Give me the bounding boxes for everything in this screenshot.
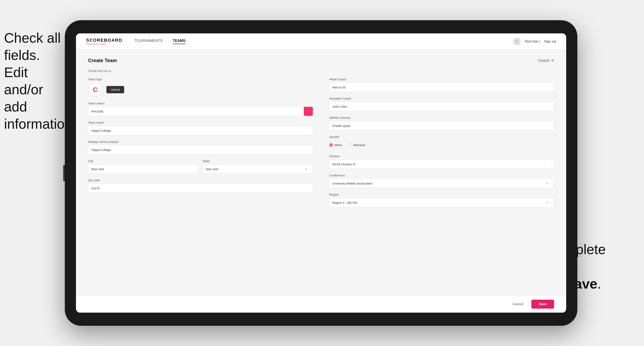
gender-mens-label: Mens <box>334 143 342 147</box>
display-name-group: Display name (unique) <box>88 140 313 154</box>
team-name-label: Team name <box>88 121 313 124</box>
city-state-row: City State ✕ ⌄ <box>88 159 313 173</box>
display-name-input[interactable] <box>88 145 313 154</box>
team-logo-label: Team logo <box>88 77 313 81</box>
team-name-group: Team name <box>88 121 313 135</box>
colour-input-wrapper <box>88 107 313 116</box>
nav-tournaments[interactable]: TOURNAMENTS <box>134 39 163 44</box>
logo-area: SCOREBOARD Powered by clippd <box>86 38 122 45</box>
page-title: Create Team <box>88 58 117 63</box>
state-input[interactable] <box>202 164 313 173</box>
team-colour-group: Team colour <box>88 102 313 116</box>
region-input[interactable] <box>329 198 554 207</box>
region-group: Region ✕ ⌄ <box>329 193 554 207</box>
city-label: City <box>88 159 198 163</box>
asst-coach-group: Assistant Coach <box>329 97 554 111</box>
upload-button[interactable]: Upload <box>106 86 124 93</box>
city-subgroup: City <box>88 159 198 173</box>
cancel-x-icon: ✕ <box>551 58 554 63</box>
conference-label: Conference <box>329 173 554 177</box>
region-clear-icon[interactable]: ✕ <box>546 201 548 204</box>
state-label: State <box>202 159 313 163</box>
cancel-button[interactable]: Cancel <box>508 300 527 309</box>
form-grid: Team logo C Upload Team colour <box>88 77 554 212</box>
zip-label: Zip code <box>88 178 313 182</box>
team-logo-group: Team logo C Upload <box>88 77 313 97</box>
team-name-input[interactable] <box>88 126 313 135</box>
state-subgroup: State ✕ ⌄ <box>202 159 313 173</box>
logo-section: C Upload <box>88 83 313 97</box>
form-footer: Cancel Save <box>76 295 566 313</box>
region-select-wrapper: ✕ ⌄ <box>329 198 554 207</box>
conference-select-wrapper: ✕ ⌄ <box>329 179 554 188</box>
zip-group: Zip code <box>88 178 313 193</box>
nav-links: TOURNAMENTS TEAMS <box>134 39 513 44</box>
gender-mens-radio[interactable] <box>329 143 333 147</box>
gender-womens-radio[interactable] <box>348 143 352 147</box>
asst-coach-label: Assistant Coach <box>329 97 554 100</box>
page-header: Create Team Cancel ✕ <box>88 58 554 63</box>
tablet-side-button <box>63 165 65 181</box>
tablet-frame: SCOREBOARD Powered by clippd TOURNAMENTS… <box>65 20 577 326</box>
gender-womens-label: Womens <box>353 143 365 147</box>
division-group: Division NCAA Division III NCAA Division… <box>329 154 554 169</box>
instruction-1-line2: Edit and/or add <box>4 65 43 114</box>
team-colour-input[interactable] <box>88 107 313 116</box>
header-cancel-link[interactable]: Cancel ✕ <box>538 58 554 63</box>
left-column: Team logo C Upload Team colour <box>88 77 313 212</box>
division-select-wrapper: NCAA Division III NCAA Division I NCAA D… <box>329 160 554 169</box>
instruction-2-period: . <box>598 276 601 291</box>
sign-out-link[interactable]: Sign out <box>544 40 556 43</box>
main-content: Create Team Cancel ✕ TEAM DETAILS Team l… <box>76 50 566 295</box>
division-select[interactable]: NCAA Division III NCAA Division I NCAA D… <box>329 160 554 169</box>
region-label: Region <box>329 193 554 196</box>
division-label: Division <box>329 154 554 158</box>
team-colour-label: Team colour <box>88 102 313 105</box>
save-button[interactable]: Save <box>531 300 554 309</box>
state-clear-icon[interactable]: ✕ <box>305 167 307 171</box>
logo-sub: Powered by clippd <box>86 43 122 45</box>
athletic-director-label: Athletic Director <box>329 116 554 119</box>
instruction-1-line1: Check all fields. <box>4 30 61 63</box>
instruction-1: Check all fields. Edit and/or add inform… <box>4 29 63 133</box>
gender-group: Gender Mens Womens <box>329 135 554 150</box>
head-coach-label: Head Coach <box>329 77 554 81</box>
gender-womens-option[interactable]: Womens <box>348 143 365 147</box>
colour-swatch[interactable] <box>304 107 313 116</box>
gender-radio-group: Mens Womens <box>329 140 554 150</box>
zip-input[interactable] <box>88 183 313 193</box>
nav-teams[interactable]: TEAMS <box>173 39 186 44</box>
nav-right: T Test User | Sign out <box>513 38 556 45</box>
right-column: Head Coach Assistant Coach Athletic Dire… <box>329 77 554 212</box>
state-select-wrapper: ✕ ⌄ <box>202 164 313 173</box>
user-avatar: T <box>513 38 521 45</box>
asst-coach-input[interactable] <box>329 102 554 111</box>
head-coach-group: Head Coach <box>329 77 554 92</box>
city-input[interactable] <box>88 164 198 173</box>
gender-label: Gender <box>329 135 554 139</box>
gender-mens-option[interactable]: Mens <box>329 143 342 147</box>
section-label: TEAM DETAILS <box>88 69 554 73</box>
conference-input[interactable] <box>329 179 554 188</box>
city-state-group: City State ✕ ⌄ <box>88 159 313 173</box>
navbar: SCOREBOARD Powered by clippd TOURNAMENTS… <box>76 33 566 50</box>
tablet-screen: SCOREBOARD Powered by clippd TOURNAMENTS… <box>76 33 566 313</box>
display-name-label: Display name (unique) <box>88 140 313 144</box>
user-name: Test User | <box>525 40 540 43</box>
head-coach-input[interactable] <box>329 83 554 92</box>
athletic-director-input[interactable] <box>329 121 554 130</box>
conference-group: Conference ✕ ⌄ <box>329 173 554 188</box>
athletic-director-group: Athletic Director <box>329 116 554 130</box>
logo-text: SCOREBOARD <box>86 38 122 43</box>
logo-circle: C <box>88 83 102 97</box>
conference-clear-icon[interactable]: ✕ <box>546 182 548 185</box>
